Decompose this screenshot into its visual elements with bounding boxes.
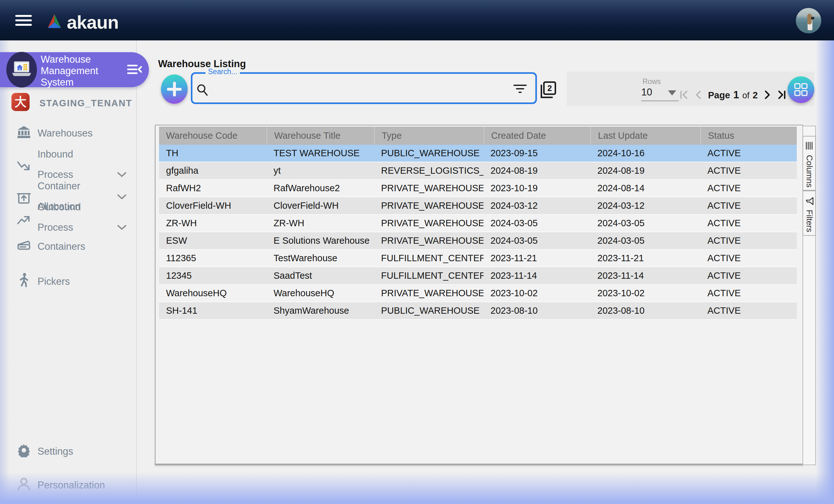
- rows-per-page-label: Rows: [642, 77, 661, 86]
- column-header-last-update[interactable]: Last Update: [590, 127, 700, 145]
- dropdown-caret-icon[interactable]: [668, 90, 676, 95]
- cell-status: ACTIVE: [700, 145, 797, 162]
- first-page-button[interactable]: [679, 89, 689, 100]
- bank-icon: [17, 125, 31, 141]
- cell-warehouse-code: gfgaliha: [159, 162, 267, 179]
- cell-created-date: 2023-08-10: [483, 302, 590, 319]
- cell-warehouse-code: WarehouseHQ: [159, 285, 267, 302]
- cell-warehouse-code: ZR-WH: [159, 215, 267, 232]
- grid-view-button[interactable]: [788, 76, 814, 103]
- app-title: Warehouse Management System: [41, 54, 98, 88]
- cell-warehouse-title: SaadTest: [267, 267, 374, 284]
- table-row[interactable]: WarehouseHQ WarehouseHQ PRIVATE_WAREHOUS…: [159, 285, 797, 302]
- sidebar-item-pickers[interactable]: Pickers: [0, 272, 137, 291]
- tenant-app-icon[interactable]: 大: [12, 93, 29, 111]
- cell-warehouse-code: ESW: [159, 232, 267, 249]
- next-page-button[interactable]: [763, 89, 772, 100]
- warehouse-table-card: Warehouse Code Warehouse Title Type Crea…: [155, 125, 803, 465]
- cell-warehouse-code: 112365: [159, 250, 267, 267]
- app-switcher-banner[interactable]: Warehouse Management System: [0, 52, 149, 87]
- column-header-created-date[interactable]: Created Date: [483, 127, 590, 145]
- cell-created-date: 2023-11-21: [483, 250, 590, 267]
- cell-created-date: 2023-11-14: [483, 267, 590, 284]
- sidebar-item-warehouses[interactable]: Warehouses: [0, 124, 137, 143]
- cell-warehouse-code: CloverField-WH: [159, 197, 267, 214]
- table-row[interactable]: gfgaliha yt REVERSE_LOGISTICS_... 2024-0…: [159, 162, 797, 180]
- gear-icon: [17, 443, 31, 460]
- page-edge-glow: [815, 40, 834, 504]
- walking-person-icon: [17, 273, 31, 290]
- sidebar-item-containers[interactable]: Containers: [0, 237, 137, 256]
- page-title: Warehouse Listing: [158, 58, 246, 70]
- pages-count-icon[interactable]: 2: [539, 80, 557, 101]
- add-warehouse-button[interactable]: [161, 74, 188, 104]
- search-icon: [196, 83, 209, 98]
- brand-triangle-icon: [45, 13, 64, 32]
- table-side-panel-strip: Columns Filters: [803, 126, 816, 465]
- table-row[interactable]: ZR-WH ZR-WH PRIVATE_WAREHOUSE 2024-03-05…: [159, 215, 797, 232]
- table-row[interactable]: 12345 SaadTest FULFILLMENT_CENTER 2023-1…: [159, 267, 797, 285]
- cell-warehouse-title: RafWarehouse2: [267, 180, 374, 197]
- cell-last-update: 2024-08-14: [590, 180, 700, 197]
- cell-status: ACTIVE: [700, 267, 797, 284]
- cell-type: PRIVATE_WAREHOUSE: [374, 180, 483, 197]
- search-input[interactable]: [213, 78, 492, 98]
- cell-type: FULFILLMENT_CENTER: [374, 250, 483, 267]
- rows-per-page-select[interactable]: 10: [641, 87, 652, 98]
- cell-created-date: 2024-03-05: [483, 232, 590, 249]
- sidebar-item-outbound-process[interactable]: Outbound Process: [0, 199, 137, 237]
- cell-status: ACTIVE: [700, 250, 797, 267]
- cell-type: PRIVATE_WAREHOUSE: [374, 215, 483, 232]
- table-row[interactable]: RafWH2 RafWarehouse2 PRIVATE_WAREHOUSE 2…: [159, 180, 797, 197]
- container-icon: [17, 239, 31, 254]
- current-page-number: 1: [733, 89, 739, 101]
- top-navbar: akaun: [0, 0, 834, 40]
- column-header-type[interactable]: Type: [374, 127, 483, 145]
- cell-created-date: 2024-03-05: [483, 215, 590, 232]
- last-page-button[interactable]: [776, 89, 787, 100]
- chevron-down-icon[interactable]: [117, 169, 127, 180]
- cell-last-update: 2024-03-05: [590, 232, 700, 249]
- table-row[interactable]: 112365 TestWarehouse FULFILLMENT_CENTER …: [159, 250, 797, 267]
- sidebar-collapse-icon[interactable]: [127, 63, 142, 76]
- user-avatar[interactable]: [796, 8, 821, 34]
- column-header-warehouse-title[interactable]: Warehouse Title: [267, 127, 374, 145]
- filter-funnel-icon: [805, 197, 814, 205]
- filters-panel-tab[interactable]: Filters: [803, 191, 816, 236]
- table-row[interactable]: CloverField-WH CloverField-WH PRIVATE_WA…: [159, 197, 797, 215]
- cell-warehouse-title: E Solutions Warehouse: [267, 232, 374, 249]
- svg-text:2: 2: [547, 83, 552, 93]
- cell-warehouse-title: TestWarehouse: [267, 250, 374, 267]
- sidebar-item-settings[interactable]: Settings: [0, 442, 137, 461]
- filter-list-icon[interactable]: [513, 83, 527, 96]
- sidebar-item-inbound-process[interactable]: Inbound Process: [0, 148, 137, 183]
- total-pages-number: 2: [752, 90, 758, 101]
- trend-up-icon: [17, 214, 31, 229]
- app-root: akaun: [0, 0, 834, 504]
- table-row[interactable]: ESW E Solutions Warehouse PRIVATE_WAREHO…: [159, 232, 797, 250]
- rows-select-underline: [641, 101, 679, 101]
- tenant-name: STAGING_TENANT: [40, 98, 132, 109]
- previous-page-button[interactable]: [694, 89, 702, 100]
- table-header-row: Warehouse Code Warehouse Title Type Crea…: [159, 127, 797, 145]
- sidebar-item-personalization[interactable]: Personalization: [0, 476, 137, 495]
- column-header-warehouse-code[interactable]: Warehouse Code: [159, 127, 267, 145]
- wms-app-icon: [6, 50, 37, 89]
- hamburger-menu-icon[interactable]: [15, 15, 32, 26]
- cell-type: PUBLIC_WAREHOUSE: [374, 302, 483, 319]
- columns-panel-tab[interactable]: Columns: [803, 136, 816, 191]
- column-header-status[interactable]: Status: [700, 127, 797, 145]
- cell-warehouse-title: CloverField-WH: [267, 197, 374, 214]
- cell-warehouse-code: 12345: [159, 267, 267, 284]
- cell-created-date: 2023-09-15: [483, 145, 590, 162]
- cell-warehouse-title: WarehouseHQ: [267, 285, 374, 302]
- cell-status: ACTIVE: [700, 215, 797, 232]
- cell-type: FULFILLMENT_CENTER: [374, 267, 483, 284]
- table-row[interactable]: TH TEST WAREHOUSE PUBLIC_WAREHOUSE 2023-…: [159, 145, 797, 162]
- table-row[interactable]: SH-141 ShyamWarehouse PUBLIC_WAREHOUSE 2…: [159, 302, 797, 320]
- cell-status: ACTIVE: [700, 232, 797, 249]
- brand-logo: akaun: [45, 12, 119, 33]
- cell-type: REVERSE_LOGISTICS_...: [374, 162, 483, 179]
- cell-status: ACTIVE: [700, 197, 797, 214]
- chevron-down-icon[interactable]: [117, 222, 127, 233]
